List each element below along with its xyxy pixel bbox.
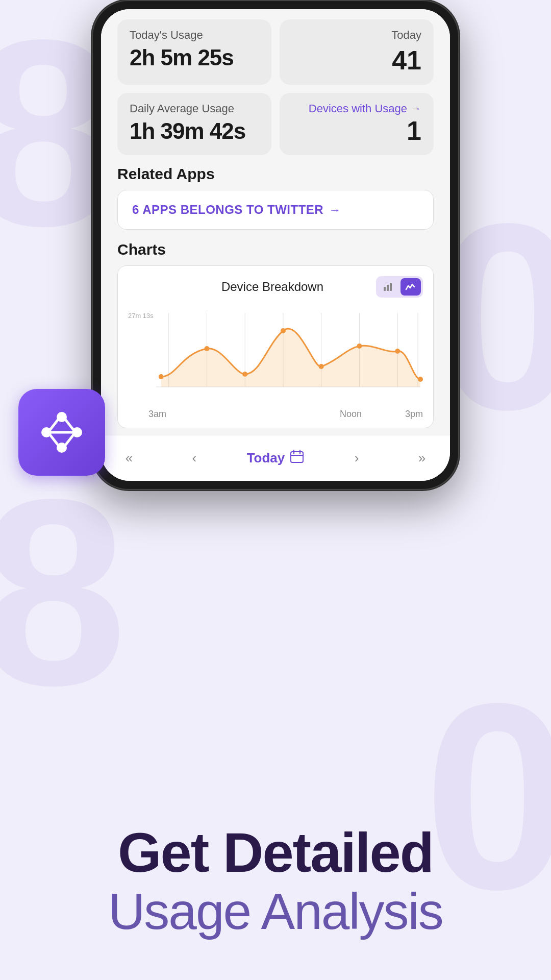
svg-point-16 <box>281 328 286 333</box>
stats-row-2: Daily Average Usage 1h 39m 42s Devices w… <box>117 93 434 155</box>
devices-value: 1 <box>407 115 421 146</box>
chart-header: Device Breakdown <box>128 276 423 298</box>
nav-back-double-btn[interactable]: « <box>116 446 142 471</box>
chart-container: 27m 13s <box>128 303 423 420</box>
todays-usage-value: 2h 5m 25s <box>130 45 259 70</box>
related-apps-arrow-icon: → <box>329 203 341 217</box>
app-icon-graphic <box>36 407 87 458</box>
svg-line-32 <box>66 435 73 445</box>
x-label-3pm: 3pm <box>405 409 423 420</box>
forward-double-icon: » <box>418 450 425 466</box>
chart-title: Device Breakdown <box>169 280 376 294</box>
forward-single-icon: › <box>355 450 359 466</box>
svg-rect-1 <box>387 285 389 291</box>
chart-card: Device Breakdown <box>117 265 434 428</box>
back-double-icon: « <box>126 450 133 466</box>
svg-point-20 <box>418 377 423 382</box>
svg-point-17 <box>319 364 324 369</box>
svg-rect-2 <box>390 283 392 291</box>
svg-line-30 <box>66 420 73 429</box>
nav-today-btn[interactable]: Today <box>247 449 305 467</box>
nav-today-label: Today <box>247 450 285 466</box>
svg-line-31 <box>51 435 58 445</box>
screen-content: Today's Usage 2h 5m 25s Today 41 Daily A… <box>101 9 450 435</box>
daily-avg-value: 1h 39m 42s <box>130 118 259 144</box>
bar-chart-toggle[interactable] <box>378 278 398 296</box>
x-label-3am: 3am <box>148 409 166 420</box>
svg-rect-21 <box>291 452 303 462</box>
charts-section: Charts Device Breakdown <box>117 241 434 428</box>
bottom-text-section: Get Detailed Usage Analysis <box>0 821 551 939</box>
stats-row-1: Today's Usage 2h 5m 25s Today 41 <box>117 19 434 85</box>
daily-avg-card: Daily Average Usage 1h 39m 42s <box>117 93 271 155</box>
charts-title: Charts <box>117 241 434 258</box>
related-apps-card[interactable]: 6 APPS BELONGS TO TWITTER → <box>117 190 434 230</box>
app-icon-container <box>18 389 105 476</box>
devices-label: Devices with Usage <box>309 102 407 115</box>
watermark-3: 8 <box>0 459 127 725</box>
related-apps-link[interactable]: 6 APPS BELONGS TO TWITTER → <box>132 203 341 217</box>
nav-forward-single-btn[interactable]: › <box>344 446 369 471</box>
app-icon <box>18 389 105 476</box>
line-chart-toggle[interactable] <box>400 278 421 296</box>
devices-arrow-icon: → <box>410 102 421 115</box>
bottom-nav: « ‹ Today <box>101 435 450 481</box>
chart-toggle[interactable] <box>376 276 423 298</box>
svg-point-15 <box>242 372 247 377</box>
phone-screen: Today's Usage 2h 5m 25s Today 41 Daily A… <box>101 9 450 481</box>
svg-line-29 <box>51 420 58 429</box>
svg-point-13 <box>159 374 164 379</box>
daily-avg-label: Daily Average Usage <box>130 102 259 115</box>
related-apps-title: Related Apps <box>117 165 434 183</box>
devices-link[interactable]: Devices with Usage → <box>309 102 421 115</box>
today-count-value: 41 <box>392 45 421 76</box>
related-apps-link-text: 6 APPS BELONGS TO TWITTER <box>132 203 323 217</box>
devices-card[interactable]: Devices with Usage → 1 <box>280 93 434 155</box>
nav-back-single-btn[interactable]: ‹ <box>182 446 207 471</box>
phone-frame: Today's Usage 2h 5m 25s Today 41 Daily A… <box>92 0 459 490</box>
phone-mockup: Today's Usage 2h 5m 25s Today 41 Daily A… <box>92 0 459 490</box>
todays-usage-card: Today's Usage 2h 5m 25s <box>117 19 271 85</box>
device-breakdown-chart: 27m 13s <box>128 303 423 405</box>
todays-usage-label: Today's Usage <box>130 29 259 42</box>
headline-bold: Get Detailed <box>0 821 551 883</box>
svg-rect-0 <box>384 287 386 291</box>
headline-light: Usage Analysis <box>0 883 551 939</box>
calendar-icon <box>290 449 304 467</box>
nav-forward-double-btn[interactable]: » <box>409 446 435 471</box>
today-count-label: Today <box>391 29 421 42</box>
x-label-noon: Noon <box>340 409 362 420</box>
svg-text:27m 13s: 27m 13s <box>128 312 154 320</box>
line-chart-icon <box>405 282 416 292</box>
back-single-icon: ‹ <box>192 450 196 466</box>
chart-x-labels: 3am Noon 3pm <box>128 407 423 420</box>
svg-point-18 <box>357 344 362 349</box>
svg-point-19 <box>395 349 400 354</box>
bar-chart-icon <box>383 282 393 292</box>
today-count-card: Today 41 <box>280 19 434 85</box>
svg-point-14 <box>204 346 209 351</box>
